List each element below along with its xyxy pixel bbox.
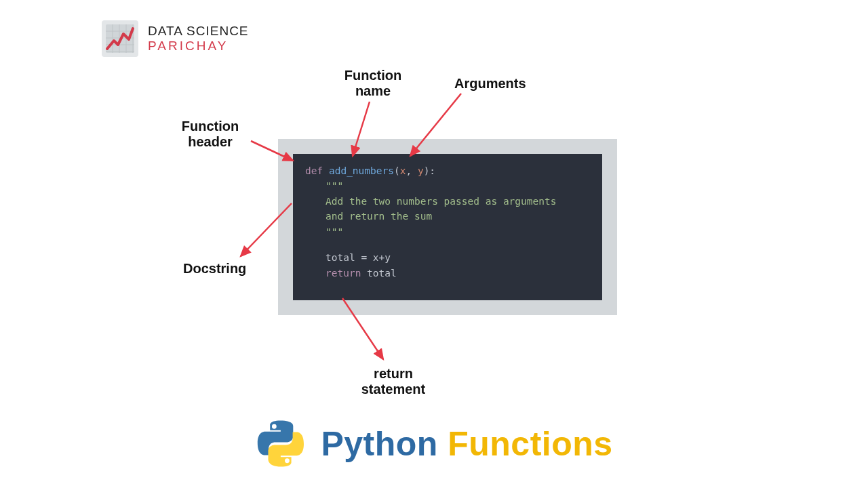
label-docstring: Docstring	[183, 261, 246, 277]
token-x: x	[373, 252, 379, 263]
title-word-python: Python	[321, 425, 437, 463]
token-return-val: total	[361, 268, 396, 279]
brand-line2: PARICHAY	[148, 39, 249, 54]
label-arguments: Arguments	[454, 76, 526, 92]
label-return-statement: returnstatement	[346, 366, 441, 397]
token-paren-open: (	[394, 165, 400, 176]
code-stamp-frame: def add_numbers(x, y): """ Add the two n…	[278, 139, 617, 315]
token-def: def	[305, 165, 323, 176]
code-line-return: return total	[305, 266, 590, 281]
token-param-y: y	[418, 165, 424, 176]
token-triple-quote-open: """	[305, 178, 590, 193]
code-line-assign: total = x+y	[305, 250, 590, 265]
label-function-header: Functionheader	[170, 119, 251, 150]
token-param-sep: ,	[406, 165, 417, 176]
title-word-functions: Functions	[448, 425, 612, 463]
title-text: Python Functions	[321, 424, 612, 464]
label-function-name: Functionname	[332, 68, 414, 99]
brand-logo: DATA SCIENCE PARICHAY	[102, 20, 249, 57]
token-func-name: add_numbers	[329, 165, 394, 176]
token-doc-line1: Add the two numbers passed as arguments	[305, 194, 590, 209]
token-triple-quote-close: """	[305, 224, 590, 239]
token-paren-close: ):	[424, 165, 435, 176]
page-title: Python Functions	[255, 418, 612, 469]
brand-icon	[102, 20, 138, 57]
python-icon	[255, 418, 306, 469]
code-line-header: def add_numbers(x, y):	[305, 163, 590, 178]
code-block: def add_numbers(x, y): """ Add the two n…	[293, 154, 602, 300]
token-return: return	[326, 268, 361, 279]
brand-line1: DATA SCIENCE	[148, 24, 249, 39]
token-y: y	[384, 252, 391, 263]
token-doc-line2: and return the sum	[305, 209, 590, 224]
brand-text: DATA SCIENCE PARICHAY	[148, 24, 249, 54]
token-total: total	[326, 252, 355, 263]
token-eq: =	[355, 252, 373, 263]
